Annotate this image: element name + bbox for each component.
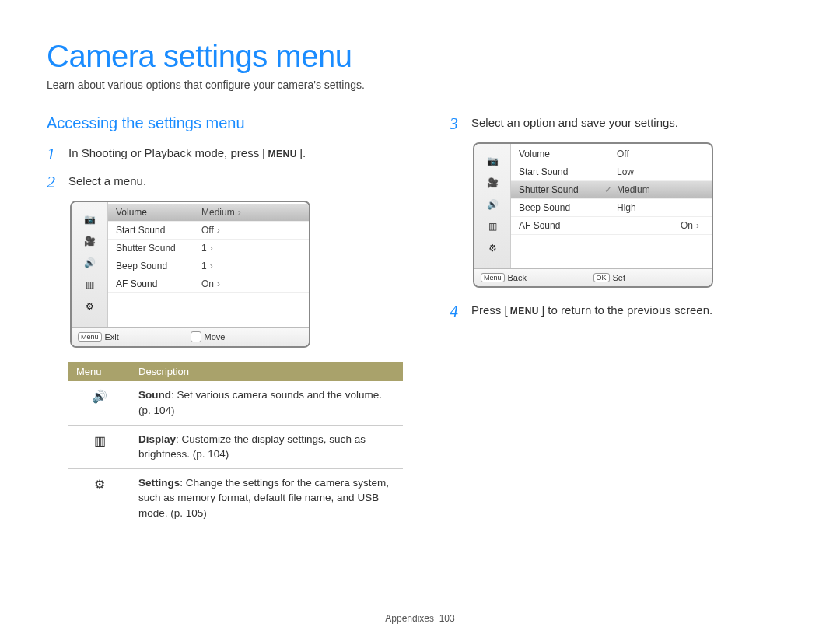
lcd-row-value: High bbox=[604, 202, 704, 213]
display-icon: ▥ bbox=[94, 432, 106, 450]
step-text: Select a menu. bbox=[68, 173, 146, 191]
desc-bold: Display bbox=[138, 433, 176, 445]
display-icon: ▥ bbox=[481, 219, 503, 234]
nav-key-icon bbox=[191, 331, 201, 342]
lcd-row: Volume Off bbox=[511, 145, 712, 163]
lcd-row-value: On› bbox=[201, 278, 301, 289]
chevron-right-icon: › bbox=[238, 207, 241, 218]
camera-icon: 📷 bbox=[481, 153, 503, 169]
lcd-row: Beep Sound High bbox=[511, 199, 712, 217]
desc-bold: Settings bbox=[138, 477, 180, 489]
chevron-right-icon: › bbox=[210, 261, 213, 271]
lcd-footer-left: Back bbox=[508, 273, 527, 282]
lcd-screenshot-2: 📷 🎥 🔊 ▥ ⚙ Volume Off Start Sound bbox=[473, 142, 713, 288]
video-icon: 🎥 bbox=[481, 175, 503, 191]
lcd-row-label: Start Sound bbox=[519, 166, 604, 177]
lcd-row-value: Low bbox=[604, 166, 704, 177]
footer-label: Appendixes bbox=[385, 613, 434, 624]
page-subtitle: Learn about various options that configu… bbox=[47, 79, 793, 91]
step-3: 3 Select an option and save your setting… bbox=[450, 114, 793, 133]
section-heading: Accessing the settings menu bbox=[47, 114, 403, 132]
lcd-side-icons: 📷 🎥 🔊 ▥ ⚙ bbox=[72, 202, 108, 327]
lcd-footer: Menu Exit Move bbox=[72, 327, 309, 346]
lcd-footer-left: Exit bbox=[105, 332, 119, 342]
lcd-row-label: Shutter Sound bbox=[116, 243, 201, 254]
lcd-row: Volume Medium› bbox=[108, 204, 309, 222]
lcd-row-value: Off› bbox=[201, 225, 301, 236]
table-header-description: Description bbox=[131, 362, 403, 381]
sound-icon: 🔊 bbox=[481, 197, 503, 212]
lcd-screenshot-1: 📷 🎥 🔊 ▥ ⚙ Volume Medium› Start Sound bbox=[70, 201, 310, 348]
step-text: Press [ bbox=[471, 303, 508, 317]
sound-icon: 🔊 bbox=[92, 387, 107, 405]
lcd-row: Shutter Sound 1› bbox=[108, 240, 309, 257]
step-2: 2 Select a menu. bbox=[47, 173, 403, 191]
lcd-footer-right: Move bbox=[205, 332, 226, 342]
display-icon: ▥ bbox=[79, 277, 100, 292]
menu-description-table: Menu Description 🔊 Sound: Set various ca… bbox=[68, 362, 403, 527]
table-row: ▥ Display: Customize the display setting… bbox=[68, 425, 403, 468]
lcd-row-label: Beep Sound bbox=[116, 261, 201, 271]
camera-icon: 📷 bbox=[79, 212, 100, 227]
check-icon: ✓ bbox=[604, 184, 612, 195]
video-icon: 🎥 bbox=[79, 233, 100, 249]
desc-bold: Sound bbox=[138, 389, 171, 401]
step-text: ]. bbox=[299, 146, 306, 159]
step-text: In Shooting or Playback mode, press [ bbox=[68, 146, 265, 159]
lcd-row: AF Sound On› bbox=[108, 275, 309, 293]
lcd-row-value: 1› bbox=[201, 261, 301, 271]
lcd-row: AF Sound On› bbox=[511, 217, 712, 235]
step-number: 2 bbox=[47, 173, 68, 191]
lcd-row-label: Shutter Sound bbox=[519, 184, 604, 195]
lcd-row: Start Sound Off› bbox=[108, 222, 309, 240]
lcd-row-label: Volume bbox=[116, 207, 201, 218]
menu-button-label: MENU bbox=[265, 147, 299, 161]
sound-icon: 🔊 bbox=[79, 255, 100, 271]
desc-text: : Set various camera sounds and the volu… bbox=[138, 389, 382, 416]
page-title: Camera settings menu bbox=[47, 39, 793, 74]
lcd-footer-right: Set bbox=[613, 273, 626, 282]
table-header-menu: Menu bbox=[68, 362, 131, 381]
lcd-row-label: AF Sound bbox=[519, 220, 604, 231]
lcd-row-empty bbox=[511, 235, 712, 257]
step-number: 1 bbox=[47, 145, 68, 163]
lcd-row-value: Off bbox=[604, 149, 704, 159]
table-row: ⚙ Settings: Change the settings for the … bbox=[68, 468, 403, 527]
lcd-row-value: On› bbox=[604, 220, 704, 231]
lcd-row-value: 1› bbox=[201, 243, 301, 254]
lcd-row: Start Sound Low bbox=[511, 163, 712, 181]
settings-icon: ⚙ bbox=[94, 475, 105, 493]
lcd-side-icons: 📷 🎥 🔊 ▥ ⚙ bbox=[474, 144, 511, 268]
lcd-row-empty bbox=[108, 293, 309, 315]
lcd-row-label: Start Sound bbox=[116, 225, 201, 236]
lcd-row: Beep Sound 1› bbox=[108, 257, 309, 275]
chevron-right-icon: › bbox=[210, 243, 213, 254]
lcd-footer: Menu Back OK Set bbox=[474, 268, 712, 286]
lcd-row-label: Beep Sound bbox=[519, 202, 604, 213]
lcd-row-value: Medium› bbox=[201, 207, 301, 218]
step-number: 3 bbox=[450, 114, 471, 133]
ok-key-icon: OK bbox=[593, 273, 610, 282]
footer-page-number: 103 bbox=[439, 613, 455, 624]
lcd-row-label: AF Sound bbox=[116, 278, 201, 289]
lcd-row-value: ✓Medium bbox=[604, 184, 704, 195]
chevron-right-icon: › bbox=[217, 278, 220, 289]
step-text: Select an option and save your settings. bbox=[471, 114, 678, 132]
menu-button-label: MENU bbox=[508, 304, 541, 318]
chevron-right-icon: › bbox=[696, 220, 699, 231]
lcd-row: Shutter Sound ✓Medium bbox=[511, 181, 712, 199]
settings-icon: ⚙ bbox=[79, 299, 100, 314]
step-number: 4 bbox=[450, 302, 471, 321]
table-row: 🔊 Sound: Set various camera sounds and t… bbox=[68, 381, 403, 425]
step-4: 4 Press [MENU] to return to the previous… bbox=[450, 302, 793, 321]
menu-key-icon: Menu bbox=[481, 273, 505, 282]
menu-key-icon: Menu bbox=[78, 332, 102, 342]
step-text: ] to return to the previous screen. bbox=[541, 303, 712, 317]
settings-icon: ⚙ bbox=[481, 240, 503, 256]
lcd-row-label: Volume bbox=[519, 149, 604, 159]
page-footer: Appendixes 103 bbox=[47, 613, 793, 624]
chevron-right-icon: › bbox=[217, 225, 220, 236]
step-1: 1 In Shooting or Playback mode, press [M… bbox=[47, 145, 403, 163]
